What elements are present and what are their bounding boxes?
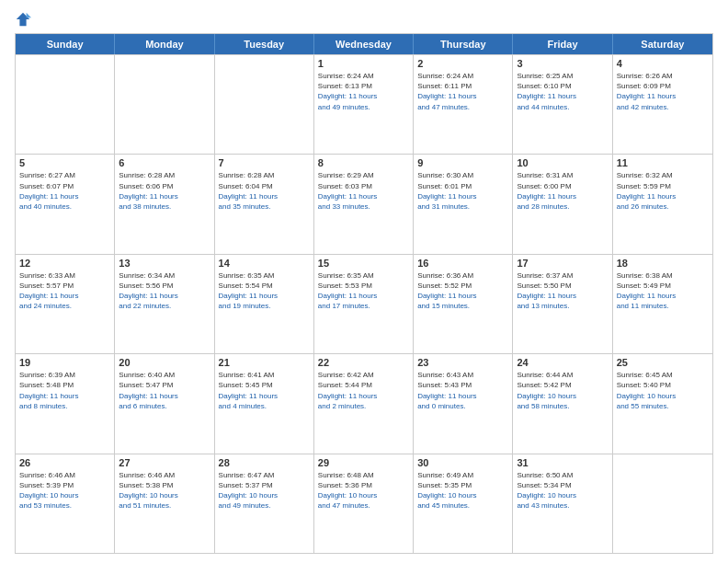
calendar-day-21: 21Sunrise: 6:41 AMSunset: 5:45 PMDayligh… [215, 354, 314, 453]
day-info: Sunrise: 6:31 AMSunset: 6:00 PMDaylight:… [517, 170, 608, 212]
calendar-day-14: 14Sunrise: 6:35 AMSunset: 5:54 PMDayligh… [215, 255, 314, 353]
calendar-week: 12Sunrise: 6:33 AMSunset: 5:57 PMDayligh… [16, 254, 712, 353]
calendar-week: 5Sunrise: 6:27 AMSunset: 6:07 PMDaylight… [16, 154, 712, 253]
day-number: 10 [517, 157, 608, 168]
calendar-day-empty [16, 55, 115, 154]
calendar-week: 26Sunrise: 6:46 AMSunset: 5:39 PMDayligh… [16, 454, 712, 553]
calendar-day-20: 20Sunrise: 6:40 AMSunset: 5:47 PMDayligh… [115, 354, 214, 453]
day-number: 20 [119, 357, 210, 368]
svg-marker-1 [27, 13, 31, 17]
calendar-day-28: 28Sunrise: 6:47 AMSunset: 5:37 PMDayligh… [215, 454, 314, 553]
day-number: 16 [417, 258, 508, 269]
day-number: 23 [417, 357, 508, 368]
day-info: Sunrise: 6:42 AMSunset: 5:44 PMDaylight:… [318, 370, 409, 411]
day-number: 29 [318, 457, 409, 468]
day-info: Sunrise: 6:27 AMSunset: 6:07 PMDaylight:… [19, 170, 110, 212]
day-info: Sunrise: 6:35 AMSunset: 5:54 PMDaylight:… [219, 270, 310, 312]
day-number: 18 [617, 258, 709, 269]
day-info: Sunrise: 6:47 AMSunset: 5:37 PMDaylight:… [219, 470, 310, 511]
calendar-day-12: 12Sunrise: 6:33 AMSunset: 5:57 PMDayligh… [16, 255, 115, 353]
calendar-day-19: 19Sunrise: 6:39 AMSunset: 5:48 PMDayligh… [16, 354, 115, 453]
day-number: 27 [119, 457, 210, 468]
calendar-day-empty [613, 454, 712, 553]
weekday-header: Saturday [613, 34, 712, 54]
calendar-day-2: 2Sunrise: 6:24 AMSunset: 6:11 PMDaylight… [414, 55, 513, 154]
calendar-day-5: 5Sunrise: 6:27 AMSunset: 6:07 PMDaylight… [16, 155, 115, 253]
calendar-day-27: 27Sunrise: 6:46 AMSunset: 5:38 PMDayligh… [115, 454, 214, 553]
day-number: 9 [417, 157, 508, 168]
day-info: Sunrise: 6:25 AMSunset: 6:10 PMDaylight:… [517, 71, 608, 112]
day-number: 1 [318, 58, 409, 69]
day-info: Sunrise: 6:46 AMSunset: 5:38 PMDaylight:… [119, 470, 210, 511]
calendar-day-4: 4Sunrise: 6:26 AMSunset: 6:09 PMDaylight… [613, 55, 712, 154]
day-number: 5 [19, 157, 110, 168]
day-number: 24 [517, 357, 608, 368]
day-number: 30 [417, 457, 508, 468]
weekday-header: Monday [115, 34, 214, 54]
day-number: 8 [318, 157, 409, 168]
calendar-day-6: 6Sunrise: 6:28 AMSunset: 6:06 PMDaylight… [115, 155, 214, 253]
calendar-day-30: 30Sunrise: 6:49 AMSunset: 5:35 PMDayligh… [414, 454, 513, 553]
day-info: Sunrise: 6:32 AMSunset: 5:59 PMDaylight:… [617, 170, 709, 212]
day-info: Sunrise: 6:24 AMSunset: 6:11 PMDaylight:… [417, 71, 508, 112]
calendar-day-9: 9Sunrise: 6:30 AMSunset: 6:01 PMDaylight… [414, 155, 513, 253]
calendar-day-10: 10Sunrise: 6:31 AMSunset: 6:00 PMDayligh… [513, 155, 612, 253]
day-number: 4 [617, 58, 709, 69]
day-number: 3 [517, 58, 608, 69]
day-info: Sunrise: 6:26 AMSunset: 6:09 PMDaylight:… [617, 71, 709, 112]
calendar-day-24: 24Sunrise: 6:44 AMSunset: 5:42 PMDayligh… [513, 354, 612, 453]
calendar-body: 1Sunrise: 6:24 AMSunset: 6:13 PMDaylight… [16, 54, 712, 553]
calendar-header: SundayMondayTuesdayWednesdayThursdayFrid… [16, 34, 712, 54]
logo [15, 11, 35, 28]
day-number: 28 [219, 457, 310, 468]
calendar-day-3: 3Sunrise: 6:25 AMSunset: 6:10 PMDaylight… [513, 55, 612, 154]
calendar-day-23: 23Sunrise: 6:43 AMSunset: 5:43 PMDayligh… [414, 354, 513, 453]
calendar-day-11: 11Sunrise: 6:32 AMSunset: 5:59 PMDayligh… [613, 155, 712, 253]
calendar-day-1: 1Sunrise: 6:24 AMSunset: 6:13 PMDaylight… [314, 55, 414, 154]
day-info: Sunrise: 6:43 AMSunset: 5:43 PMDaylight:… [417, 370, 508, 411]
calendar: SundayMondayTuesdayWednesdayThursdayFrid… [15, 33, 713, 554]
day-number: 12 [19, 258, 110, 269]
day-number: 6 [119, 157, 210, 168]
calendar-day-8: 8Sunrise: 6:29 AMSunset: 6:03 PMDaylight… [314, 155, 414, 253]
calendar-day-7: 7Sunrise: 6:28 AMSunset: 6:04 PMDaylight… [215, 155, 314, 253]
calendar-day-17: 17Sunrise: 6:37 AMSunset: 5:50 PMDayligh… [513, 255, 612, 353]
calendar-week: 1Sunrise: 6:24 AMSunset: 6:13 PMDaylight… [16, 54, 712, 154]
day-number: 7 [219, 157, 310, 168]
day-info: Sunrise: 6:29 AMSunset: 6:03 PMDaylight:… [318, 170, 409, 212]
weekday-header: Wednesday [314, 34, 414, 54]
day-number: 21 [219, 357, 310, 368]
day-number: 19 [19, 357, 110, 368]
day-number: 22 [318, 357, 409, 368]
day-info: Sunrise: 6:44 AMSunset: 5:42 PMDaylight:… [517, 370, 608, 411]
day-info: Sunrise: 6:34 AMSunset: 5:56 PMDaylight:… [119, 270, 210, 312]
page: SundayMondayTuesdayWednesdayThursdayFrid… [0, 0, 728, 563]
day-info: Sunrise: 6:35 AMSunset: 5:53 PMDaylight:… [318, 270, 409, 312]
calendar-day-15: 15Sunrise: 6:35 AMSunset: 5:53 PMDayligh… [314, 255, 414, 353]
weekday-header: Thursday [414, 34, 513, 54]
day-info: Sunrise: 6:33 AMSunset: 5:57 PMDaylight:… [19, 270, 110, 312]
day-info: Sunrise: 6:39 AMSunset: 5:48 PMDaylight:… [19, 370, 110, 411]
day-info: Sunrise: 6:24 AMSunset: 6:13 PMDaylight:… [318, 71, 409, 112]
calendar-day-18: 18Sunrise: 6:38 AMSunset: 5:49 PMDayligh… [613, 255, 712, 353]
day-info: Sunrise: 6:36 AMSunset: 5:52 PMDaylight:… [417, 270, 508, 312]
calendar-day-13: 13Sunrise: 6:34 AMSunset: 5:56 PMDayligh… [115, 255, 214, 353]
day-info: Sunrise: 6:49 AMSunset: 5:35 PMDaylight:… [417, 470, 508, 511]
day-info: Sunrise: 6:28 AMSunset: 6:06 PMDaylight:… [119, 170, 210, 212]
weekday-header: Tuesday [215, 34, 314, 54]
day-number: 14 [219, 258, 310, 269]
header [15, 11, 713, 28]
day-info: Sunrise: 6:41 AMSunset: 5:45 PMDaylight:… [219, 370, 310, 411]
day-info: Sunrise: 6:37 AMSunset: 5:50 PMDaylight:… [517, 270, 608, 312]
calendar-day-26: 26Sunrise: 6:46 AMSunset: 5:39 PMDayligh… [16, 454, 115, 553]
calendar-day-empty [115, 55, 214, 154]
day-number: 17 [517, 258, 608, 269]
day-number: 2 [417, 58, 508, 69]
day-number: 31 [517, 457, 608, 468]
day-number: 26 [19, 457, 110, 468]
calendar-day-29: 29Sunrise: 6:48 AMSunset: 5:36 PMDayligh… [314, 454, 414, 553]
day-number: 13 [119, 258, 210, 269]
day-number: 15 [318, 258, 409, 269]
day-info: Sunrise: 6:50 AMSunset: 5:34 PMDaylight:… [517, 470, 608, 511]
day-info: Sunrise: 6:30 AMSunset: 6:01 PMDaylight:… [417, 170, 508, 212]
